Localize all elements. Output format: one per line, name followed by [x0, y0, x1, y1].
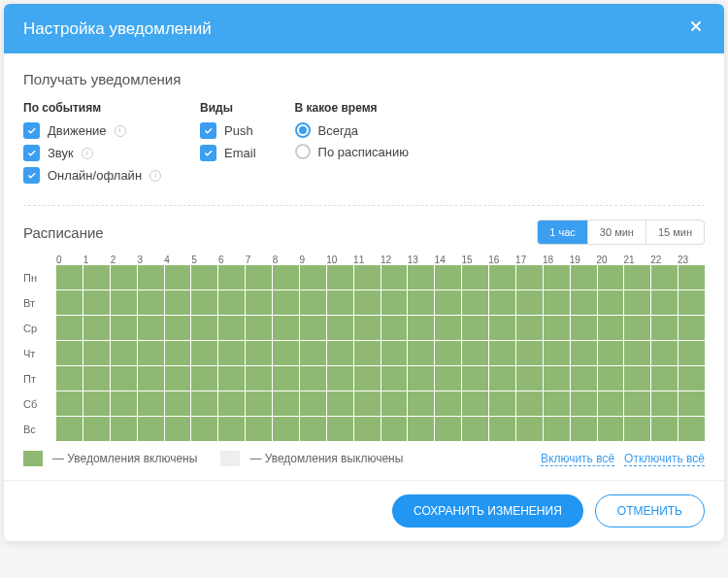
schedule-cell[interactable] [598, 265, 624, 289]
schedule-cell[interactable] [678, 341, 705, 365]
schedule-cell[interactable] [571, 290, 597, 315]
schedule-cell[interactable] [111, 316, 137, 340]
schedule-cell[interactable] [138, 391, 164, 416]
schedule-cell[interactable] [273, 316, 299, 340]
schedule-cell[interactable] [516, 366, 543, 391]
schedule-cell[interactable] [218, 417, 245, 441]
time-radio-1[interactable]: По расписанию [295, 144, 409, 159]
schedule-cell[interactable] [300, 290, 326, 315]
schedule-cell[interactable] [381, 265, 408, 289]
schedule-cell[interactable] [191, 391, 217, 416]
schedule-cell[interactable] [327, 366, 353, 391]
schedule-cell[interactable] [300, 265, 326, 289]
schedule-cell[interactable] [56, 290, 83, 315]
schedule-cell[interactable] [408, 290, 434, 315]
schedule-cell[interactable] [516, 316, 543, 340]
schedule-cell[interactable] [191, 316, 217, 340]
schedule-cell[interactable] [462, 366, 488, 391]
schedule-cell[interactable] [327, 316, 353, 340]
schedule-cell[interactable] [56, 391, 83, 416]
schedule-cell[interactable] [111, 417, 137, 441]
schedule-cell[interactable] [408, 366, 434, 391]
schedule-cell[interactable] [218, 316, 245, 340]
schedule-cell[interactable] [218, 290, 245, 315]
schedule-cell[interactable] [165, 265, 191, 289]
schedule-cell[interactable] [544, 341, 570, 365]
schedule-cell[interactable] [354, 417, 381, 441]
schedule-cell[interactable] [516, 265, 543, 289]
interval-btn-2[interactable]: 15 мин [645, 221, 704, 244]
schedule-cell[interactable] [489, 316, 515, 340]
schedule-cell[interactable] [571, 366, 597, 391]
info-icon[interactable]: i [149, 170, 161, 182]
schedule-cell[interactable] [246, 391, 272, 416]
schedule-cell[interactable] [381, 417, 408, 441]
schedule-cell[interactable] [56, 366, 83, 391]
schedule-cell[interactable] [435, 316, 461, 340]
schedule-cell[interactable] [651, 290, 678, 315]
schedule-cell[interactable] [111, 265, 137, 289]
schedule-cell[interactable] [218, 366, 245, 391]
schedule-cell[interactable] [651, 366, 678, 391]
schedule-cell[interactable] [165, 316, 191, 340]
schedule-cell[interactable] [624, 341, 650, 365]
schedule-cell[interactable] [218, 265, 245, 289]
schedule-cell[interactable] [489, 366, 515, 391]
schedule-cell[interactable] [165, 391, 191, 416]
schedule-cell[interactable] [624, 417, 650, 441]
schedule-cell[interactable] [408, 417, 434, 441]
schedule-cell[interactable] [435, 417, 461, 441]
schedule-cell[interactable] [138, 265, 164, 289]
schedule-cell[interactable] [435, 366, 461, 391]
schedule-cell[interactable] [111, 391, 137, 416]
schedule-cell[interactable] [598, 341, 624, 365]
schedule-cell[interactable] [571, 341, 597, 365]
event-checkbox-0[interactable]: Движениеi [23, 122, 161, 139]
enable-all-link[interactable]: Включить всё [541, 452, 614, 466]
schedule-cell[interactable] [327, 391, 353, 416]
schedule-cell[interactable] [246, 417, 272, 441]
schedule-cell[interactable] [571, 265, 597, 289]
schedule-cell[interactable] [462, 316, 488, 340]
schedule-cell[interactable] [273, 265, 299, 289]
interval-btn-0[interactable]: 1 час [538, 221, 587, 244]
interval-btn-1[interactable]: 30 мин [587, 221, 645, 244]
schedule-cell[interactable] [678, 366, 705, 391]
schedule-cell[interactable] [246, 366, 272, 391]
schedule-cell[interactable] [83, 265, 110, 289]
schedule-cell[interactable] [300, 366, 326, 391]
disable-all-link[interactable]: Отключить всё [624, 452, 705, 466]
schedule-cell[interactable] [651, 265, 678, 289]
schedule-cell[interactable] [408, 265, 434, 289]
schedule-cell[interactable] [678, 391, 705, 416]
schedule-cell[interactable] [273, 391, 299, 416]
schedule-cell[interactable] [354, 366, 381, 391]
schedule-cell[interactable] [191, 290, 217, 315]
schedule-cell[interactable] [462, 341, 488, 365]
schedule-cell[interactable] [111, 290, 137, 315]
schedule-cell[interactable] [83, 391, 110, 416]
schedule-cell[interactable] [435, 290, 461, 315]
schedule-cell[interactable] [624, 290, 650, 315]
schedule-cell[interactable] [191, 341, 217, 365]
schedule-cell[interactable] [165, 290, 191, 315]
schedule-cell[interactable] [218, 391, 245, 416]
schedule-cell[interactable] [571, 391, 597, 416]
schedule-cell[interactable] [83, 316, 110, 340]
schedule-cell[interactable] [83, 290, 110, 315]
schedule-cell[interactable] [651, 417, 678, 441]
schedule-cell[interactable] [381, 341, 408, 365]
schedule-cell[interactable] [138, 316, 164, 340]
schedule-cell[interactable] [678, 290, 705, 315]
schedule-cell[interactable] [462, 265, 488, 289]
schedule-cell[interactable] [408, 316, 434, 340]
schedule-cell[interactable] [191, 366, 217, 391]
schedule-cell[interactable] [300, 417, 326, 441]
schedule-cell[interactable] [516, 391, 543, 416]
schedule-cell[interactable] [354, 265, 381, 289]
schedule-cell[interactable] [678, 265, 705, 289]
schedule-cell[interactable] [165, 341, 191, 365]
schedule-cell[interactable] [56, 316, 83, 340]
schedule-cell[interactable] [544, 391, 570, 416]
schedule-cell[interactable] [435, 265, 461, 289]
